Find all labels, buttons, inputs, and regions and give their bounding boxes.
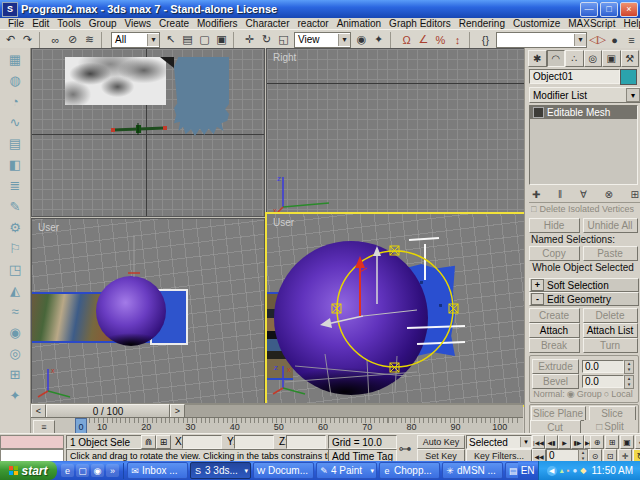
attach-button[interactable]: Attach	[529, 323, 580, 338]
rigid-body-collection-icon[interactable]: ▦	[5, 49, 25, 70]
maxscript-mini-listener-pink[interactable]	[0, 435, 64, 449]
viewport-label[interactable]: User	[38, 222, 59, 233]
rectangular-selection-region-icon[interactable]: ▢	[196, 32, 213, 48]
quick-launch-ie-icon[interactable]: e	[61, 464, 74, 477]
align-icon[interactable]: ●	[606, 32, 623, 48]
utilities-icon[interactable]: ⊞	[5, 364, 25, 385]
menu-item[interactable]: Group	[85, 18, 121, 29]
zoom-icon[interactable]: ⊕	[590, 435, 604, 449]
menu-item[interactable]: File	[4, 18, 28, 29]
menu-item[interactable]: Rendering	[455, 18, 509, 29]
tray-icon-3[interactable]: ●	[572, 466, 577, 475]
dashpot-icon[interactable]: ✎	[5, 196, 25, 217]
select-and-manipulate-icon[interactable]: ✦	[370, 32, 387, 48]
menu-item[interactable]: MAXScript	[564, 18, 619, 29]
start-button[interactable]: start	[0, 461, 57, 480]
percent-snap-icon[interactable]: %	[432, 32, 449, 48]
selection-lock-icon[interactable]: ⋒	[141, 435, 156, 449]
tray-icon-4[interactable]: ◆	[580, 466, 586, 475]
redo-icon[interactable]: ↷	[19, 32, 36, 48]
layer-manager-icon[interactable]: ≡	[623, 32, 640, 48]
3dsmax-app-icon[interactable]: S	[2, 2, 18, 17]
bind-to-space-warp-icon[interactable]: ≋	[81, 32, 98, 48]
taskbar-button-msn[interactable]: ✳ dMSN ...	[442, 462, 503, 479]
language-indicator[interactable]: EN	[518, 465, 538, 476]
absolute-offset-toggle-icon[interactable]: ⊞	[156, 435, 171, 449]
tab-create[interactable]: ✱	[528, 50, 547, 67]
track-bar[interactable]: ≡ 0 102030405060708090100	[31, 417, 523, 434]
stack-item-editable-mesh[interactable]: Editable Mesh	[530, 106, 637, 119]
object-name-field[interactable]: Object01	[529, 69, 620, 84]
taskbar-button-chopp[interactable]: e Chopp...	[379, 462, 440, 479]
angle-snap-icon[interactable]: ∠	[415, 32, 432, 48]
undo-icon[interactable]: ↶	[2, 32, 19, 48]
fracture-icon[interactable]: ◭	[5, 280, 25, 301]
menu-item[interactable]: Tools	[53, 18, 84, 29]
selection-set-dropdown[interactable]: Selected ▾	[466, 435, 532, 449]
reference-coordinate-system-dropdown[interactable]: View▾	[294, 32, 351, 48]
toy-car-icon[interactable]: ◳	[5, 259, 25, 280]
next-frame-arrow[interactable]: >	[170, 404, 185, 418]
extrude-value-field[interactable]: 0.0	[582, 360, 624, 373]
spinner[interactable]: ▴▾	[624, 360, 634, 374]
tray-chevron-icon[interactable]: ◀	[547, 466, 557, 476]
window-crossing-icon[interactable]: ▣	[213, 32, 230, 48]
use-pivot-point-center-icon[interactable]: ◉	[353, 32, 370, 48]
named-selection-sets-dropdown[interactable]: ▾	[496, 32, 587, 48]
tab-display[interactable]: ▣	[602, 50, 621, 67]
spring-icon[interactable]: ≣	[5, 175, 25, 196]
viewport-label[interactable]: User	[273, 217, 294, 228]
play-button[interactable]: ▶	[558, 435, 571, 449]
time-slider-thumb[interactable]: 0 / 100	[46, 404, 170, 418]
taskbar-button-document[interactable]: W Docum...	[253, 462, 314, 479]
edit-named-selection-sets-icon[interactable]: {}	[477, 32, 494, 48]
spinner-down-icon[interactable]: ▾	[625, 382, 633, 388]
tray-icon-1[interactable]: ▴	[560, 466, 564, 475]
select-and-move-icon[interactable]: ✛	[241, 32, 258, 48]
object-color-swatch[interactable]	[620, 69, 637, 85]
select-and-rotate-icon[interactable]: ↻	[258, 32, 275, 48]
unlink-selection-icon[interactable]: ⊘	[64, 32, 81, 48]
show-end-result-icon[interactable]: ‖	[558, 189, 562, 200]
select-and-link-icon[interactable]: ∞	[47, 32, 64, 48]
select-object-icon[interactable]: ↖	[162, 32, 179, 48]
close-button[interactable]: ×	[620, 2, 638, 17]
menu-item[interactable]: Create	[155, 18, 193, 29]
restore-button[interactable]: □	[600, 2, 618, 17]
tab-motion[interactable]: ◎	[584, 50, 603, 67]
y-coordinate-field[interactable]	[234, 435, 274, 449]
viewport-bottom-right-active[interactable]: User	[265, 212, 527, 407]
make-unique-icon[interactable]: ∀	[580, 189, 587, 200]
modifier-list-dropdown[interactable]: Modifier List ▾	[529, 87, 640, 103]
menu-item[interactable]: Views	[121, 18, 156, 29]
zoom-extents-icon[interactable]: ▣	[620, 435, 634, 449]
soft-body-collection-icon[interactable]: ◔	[5, 91, 25, 112]
analyze-world-icon[interactable]: ◎	[5, 343, 25, 364]
attach-list-button[interactable]: Attach List	[583, 323, 638, 338]
menu-item[interactable]: Character	[242, 18, 294, 29]
quick-launch-media-icon[interactable]: ◉	[91, 464, 104, 477]
spinner-down-icon[interactable]: ▾	[625, 367, 633, 373]
spinner[interactable]: ▴▾	[624, 375, 634, 389]
taskbar-button-inbox[interactable]: ✉ Inbox ...	[127, 462, 188, 479]
tab-modify[interactable]: ◠	[547, 50, 566, 67]
menu-item[interactable]: Modifiers	[193, 18, 242, 29]
wind-icon[interactable]: ⚐	[5, 238, 25, 259]
menu-item[interactable]: Edit	[28, 18, 53, 29]
bevel-value-field[interactable]: 0.0	[582, 375, 624, 388]
zoom-all-icon[interactable]: ⊞	[605, 435, 619, 449]
zoom-extents-all-icon[interactable]: ◈	[635, 435, 640, 449]
select-by-name-icon[interactable]: ▤	[179, 32, 196, 48]
select-and-scale-icon[interactable]: ◱	[275, 32, 292, 48]
preview-animation-icon[interactable]: ◉	[5, 322, 25, 343]
modifier-stack[interactable]: Editable Mesh	[529, 105, 638, 185]
viewport-top-left[interactable]	[31, 48, 265, 217]
time-slider-track[interactable]	[185, 404, 523, 418]
cloth-collection-icon[interactable]: ◍	[5, 70, 25, 91]
selection-filter-dropdown[interactable]: All▾	[111, 32, 160, 48]
time-slider[interactable]: < 0 / 100 >	[31, 403, 523, 418]
next-frame-button[interactable]: ▮▶	[571, 435, 584, 449]
previous-frame-arrow[interactable]: <	[31, 404, 46, 418]
motor-icon[interactable]: ⚙	[5, 217, 25, 238]
deforming-mesh-icon[interactable]: ▤	[5, 133, 25, 154]
